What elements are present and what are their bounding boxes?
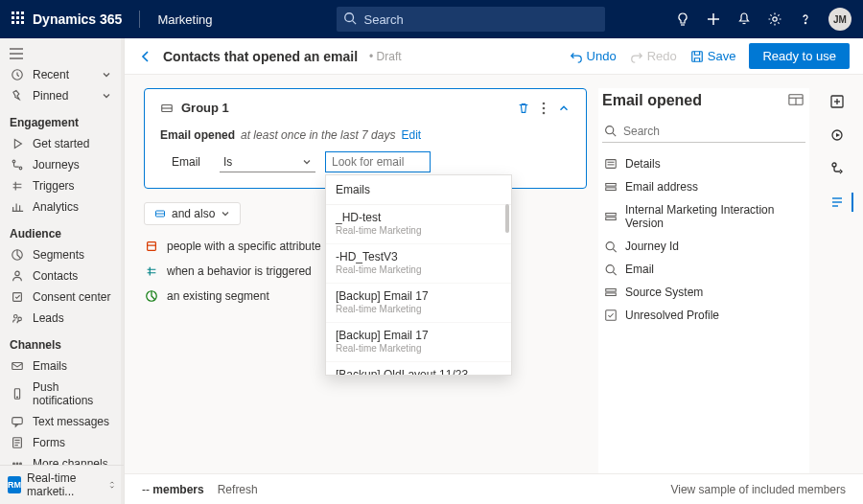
edit-link[interactable]: Edit — [401, 128, 421, 142]
scrollbar[interactable] — [505, 204, 509, 233]
nav-section-audience: Audience — [0, 218, 124, 244]
svg-point-62 — [606, 241, 614, 249]
behavior-icon — [144, 263, 159, 279]
rail-settings-icon[interactable] — [829, 127, 845, 146]
lightbulb-icon[interactable] — [675, 11, 690, 27]
nav-segments[interactable]: Segments — [0, 244, 124, 265]
ready-to-use-button[interactable]: Ready to use — [749, 43, 850, 69]
nav-push[interactable]: Push notifications — [0, 377, 124, 411]
nav-get-started[interactable]: Get started — [0, 133, 124, 154]
nav-triggers[interactable]: Triggers — [0, 175, 124, 196]
svg-point-30 — [16, 397, 17, 398]
svg-point-16 — [805, 22, 805, 23]
svg-point-64 — [606, 264, 614, 272]
nav-pinned[interactable]: Pinned — [0, 85, 124, 106]
svg-point-9 — [345, 13, 354, 22]
global-search-input[interactable] — [337, 7, 605, 32]
nav-consent[interactable]: Consent center — [0, 286, 124, 308]
nav-analytics[interactable]: Analytics — [0, 196, 124, 218]
prop-details[interactable]: Details — [598, 152, 809, 175]
refresh-link[interactable]: Refresh — [218, 483, 258, 496]
and-also-button[interactable]: and also — [144, 202, 241, 225]
nav-label: Triggers — [33, 179, 75, 193]
svg-rect-61 — [606, 218, 617, 220]
undo-button[interactable]: Undo — [570, 49, 617, 63]
dropdown-item[interactable]: [Backup] Email 17Real-time Marketing — [326, 323, 511, 362]
left-nav: Recent Pinned Engagement Get started Jou… — [0, 38, 125, 504]
prop-email-address[interactable]: Email address — [598, 175, 809, 198]
svg-rect-2 — [21, 11, 24, 14]
email-lookup-input[interactable] — [325, 151, 431, 172]
svg-rect-68 — [606, 310, 617, 321]
gear-icon[interactable] — [767, 11, 782, 27]
nav-label: Segments — [33, 248, 84, 262]
rail-flow-icon[interactable] — [829, 161, 845, 179]
nav-label: Analytics — [33, 200, 79, 214]
delete-button[interactable] — [517, 102, 530, 115]
more-button[interactable] — [542, 102, 546, 115]
group-label: Group 1 — [181, 101, 229, 115]
prop-journey-id[interactable]: Journey Id — [598, 235, 809, 258]
hamburger-icon[interactable] — [0, 44, 124, 64]
prop-interaction-version[interactable]: Internal Marketing Interaction Version — [598, 198, 809, 235]
prop-source-system[interactable]: Source System — [598, 281, 809, 304]
email-dropdown: Emails _HD-testReal-time Marketing -HD_T… — [325, 174, 512, 376]
nav-label: Forms — [33, 436, 65, 449]
svg-line-63 — [613, 248, 616, 251]
svg-point-15 — [773, 17, 777, 21]
prop-email[interactable]: Email — [598, 258, 809, 281]
avatar[interactable]: JM — [828, 8, 851, 31]
dropdown-item[interactable]: [Backup] OldLayout 11/23Real-time Market… — [326, 362, 511, 376]
svg-rect-47 — [148, 242, 156, 251]
nav-emails[interactable]: Emails — [0, 355, 124, 377]
condition-description: at least once in the last 7 days — [241, 128, 395, 142]
help-icon[interactable] — [798, 11, 813, 27]
plus-icon[interactable] — [706, 11, 721, 27]
svg-line-10 — [353, 21, 357, 25]
chevron-down-icon — [99, 70, 114, 80]
nav-contacts[interactable]: Contacts — [0, 265, 124, 286]
svg-line-54 — [613, 133, 616, 136]
svg-point-42 — [543, 102, 546, 104]
svg-point-74 — [832, 163, 836, 167]
dropdown-item[interactable]: [Backup] Email 17Real-time Marketing — [326, 284, 511, 323]
svg-rect-58 — [606, 184, 617, 187]
app-name: Dynamics 365 — [33, 11, 122, 27]
nav-label: Pinned — [33, 89, 68, 103]
top-nav-bar: Dynamics 365 Marketing JM — [0, 0, 863, 38]
waffle-icon[interactable] — [12, 11, 25, 28]
nav-journeys[interactable]: Journeys — [0, 154, 124, 175]
panel-search-input[interactable] — [602, 121, 805, 143]
rail-add-icon[interactable] — [829, 94, 845, 112]
group-card: Group 1 Email opened at least once in th… — [144, 88, 587, 189]
area-switcher[interactable]: RM Real-time marketi... — [0, 465, 124, 504]
collapse-button[interactable] — [557, 102, 571, 115]
back-button[interactable] — [138, 49, 153, 64]
nav-more-channels[interactable]: More channels — [0, 453, 124, 465]
page-title: Contacts that opened an email — [163, 49, 358, 64]
dropdown-item[interactable]: -HD_TestV3Real-time Marketing — [326, 244, 511, 284]
svg-rect-0 — [12, 11, 14, 14]
dropdown-item[interactable]: _HD-testReal-time Marketing — [326, 205, 511, 244]
rail-elements-icon[interactable] — [829, 195, 845, 213]
svg-rect-4 — [16, 16, 19, 19]
area-badge: RM — [8, 476, 21, 493]
dropdown-header: Emails — [326, 175, 511, 205]
nav-recent[interactable]: Recent — [0, 64, 124, 85]
nav-texts[interactable]: Text messages — [0, 411, 124, 432]
bell-icon[interactable] — [736, 11, 752, 27]
prop-unresolved-profile[interactable]: Unresolved Profile — [598, 304, 809, 327]
nav-leads[interactable]: Leads — [0, 308, 124, 329]
redo-button[interactable]: Redo — [630, 49, 677, 63]
svg-rect-39 — [692, 51, 703, 61]
svg-point-22 — [19, 167, 22, 170]
operator-select[interactable]: Is — [220, 152, 315, 172]
svg-rect-7 — [16, 21, 19, 24]
form-icon[interactable] — [788, 93, 804, 109]
segment-icon — [144, 288, 159, 304]
svg-rect-1 — [16, 11, 19, 14]
save-button[interactable]: Save — [690, 49, 736, 63]
nav-forms[interactable]: Forms — [0, 432, 124, 453]
view-sample-link[interactable]: View sample of included members — [670, 483, 846, 496]
nav-label: More channels — [33, 457, 108, 465]
